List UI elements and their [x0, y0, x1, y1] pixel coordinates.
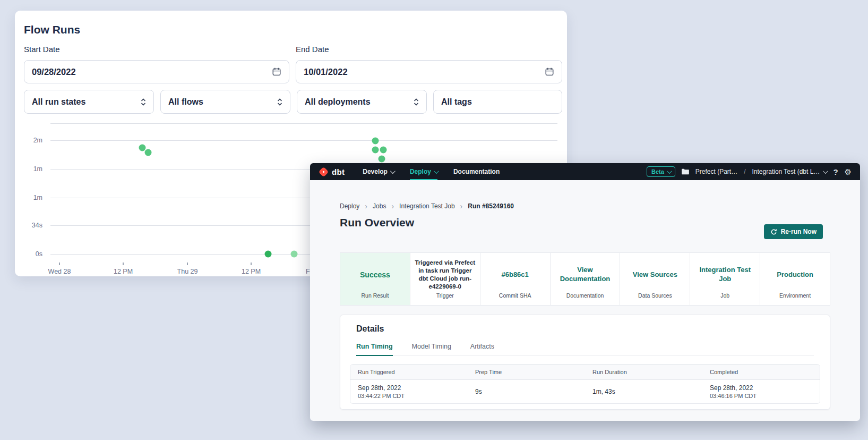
page-title: Run Overview	[340, 216, 414, 229]
table-cell-sub: 03:46:16 PM CDT	[710, 393, 820, 399]
beta-badge[interactable]: Beta	[647, 166, 675, 177]
tab-artifacts[interactable]: Artifacts	[470, 343, 494, 356]
status-card-value: Triggered via Prefect in task run Trigge…	[415, 257, 476, 292]
flow-run-point[interactable]	[265, 251, 272, 258]
breadcrumb-separator-icon: ›	[365, 202, 367, 210]
flow-run-point[interactable]	[372, 138, 379, 145]
x-axis-tick-label: 12 PM	[114, 268, 133, 275]
breadcrumb-item-deploy[interactable]: Deploy	[340, 202, 359, 210]
chevron-down-icon	[434, 168, 439, 174]
status-card-run-result: SuccessRun Result	[340, 253, 410, 305]
status-card-trigger: Triggered via Prefect in task run Trigge…	[410, 253, 480, 305]
breadcrumb-separator-icon: ›	[391, 202, 394, 210]
table-cell: Sep 28th, 202203:46:16 PM CDT	[702, 384, 820, 399]
environment-selector[interactable]: Integration Test (dbt L…	[752, 168, 827, 175]
chevron-down-icon	[390, 168, 396, 174]
table-header-run-duration: Run Duration	[585, 369, 702, 375]
table-header-run-triggered: Run Triggered	[350, 369, 468, 375]
status-card-value[interactable]: Integration Test Job	[694, 257, 755, 292]
project-env-separator: /	[744, 168, 745, 175]
x-axis-tick-label: 12 PM	[242, 268, 261, 275]
dbt-nav-links: DevelopDeployDocumentation	[363, 163, 500, 180]
chevron-down-icon	[667, 168, 672, 174]
y-axis-tick-label: 2m	[15, 137, 42, 144]
status-card-label: Environment	[764, 292, 826, 301]
run-timing-table: Run TriggeredPrep TimeRun DurationComple…	[350, 364, 820, 404]
flow-run-point[interactable]	[145, 149, 152, 156]
dbt-navbar: dbt DevelopDeployDocumentation Beta Pref…	[310, 163, 860, 180]
beta-badge-label: Beta	[651, 168, 664, 175]
status-card-environment: ProductionEnvironment	[760, 253, 830, 305]
table-header-row: Run TriggeredPrep TimeRun DurationComple…	[350, 365, 820, 380]
details-tabs: Run TimingModel TimingArtifacts	[356, 343, 814, 356]
y-axis-tick-label: 1m	[15, 194, 42, 201]
environment-selector-label: Integration Test (dbt L…	[752, 168, 820, 175]
table-cell: 9s	[468, 388, 585, 395]
rerun-now-label: Re-run Now	[781, 228, 817, 235]
dbt-logo[interactable]: dbt	[319, 167, 345, 177]
nav-item-documentation[interactable]: Documentation	[453, 163, 500, 180]
table-cell: Sep 28th, 202203:44:22 PM CDT	[350, 384, 468, 399]
status-card-data-sources: View SourcesData Sources	[620, 253, 690, 305]
x-axis-tick-label: Thu 29	[177, 268, 198, 275]
table-header-prep-time: Prep Time	[468, 369, 585, 375]
tab-run-timing[interactable]: Run Timing	[356, 343, 393, 356]
rerun-now-button[interactable]: Re-run Now	[764, 224, 823, 239]
breadcrumb-item-integration-test-job[interactable]: Integration Test Job	[399, 202, 455, 210]
chevron-down-icon	[823, 168, 828, 174]
run-status-cards: SuccessRun ResultTriggered via Prefect i…	[340, 252, 830, 306]
chart-gridline	[50, 140, 557, 141]
nav-item-label: Documentation	[453, 168, 500, 175]
details-title: Details	[356, 324, 814, 334]
y-axis-tick-label: 1m	[15, 165, 42, 173]
table-cell: 1m, 43s	[585, 388, 702, 395]
status-card-value[interactable]: Production	[764, 257, 826, 292]
nav-item-deploy[interactable]: Deploy	[410, 163, 437, 180]
status-card-value: Success	[345, 257, 406, 292]
x-axis-tick-mark	[59, 263, 60, 265]
tab-model-timing[interactable]: Model Timing	[412, 343, 451, 356]
flow-run-point[interactable]	[291, 251, 298, 258]
flow-run-point[interactable]	[372, 147, 379, 154]
status-card-commit-sha: #6b86c1Commit SHA	[480, 253, 550, 305]
table-header-completed: Completed	[702, 369, 820, 375]
details-card: Details Run TimingModel TimingArtifacts …	[340, 315, 830, 410]
flow-run-point[interactable]	[379, 156, 385, 163]
table-cell-main: Sep 28th, 2022	[710, 384, 820, 392]
table-cell-main: Sep 28th, 2022	[358, 384, 468, 392]
nav-item-develop[interactable]: Develop	[363, 163, 394, 180]
table-row: Sep 28th, 202203:44:22 PM CDT9s1m, 43sSe…	[350, 380, 820, 403]
breadcrumb-item-jobs[interactable]: Jobs	[373, 202, 386, 210]
breadcrumb: Deploy›Jobs›Integration Test Job›Run #85…	[340, 202, 514, 210]
status-card-documentation: View DocumentationDocumentation	[550, 253, 620, 305]
help-icon[interactable]: ?	[833, 168, 838, 176]
x-axis-tick-label: Wed 28	[48, 268, 71, 275]
dbt-cloud-window: dbt DevelopDeployDocumentation Beta Pref…	[310, 163, 860, 421]
table-cell-sub: 03:44:22 PM CDT	[358, 393, 468, 399]
nav-item-label: Develop	[363, 168, 388, 175]
x-axis-tick-mark	[187, 263, 188, 265]
status-card-label: Run Result	[345, 292, 406, 301]
status-card-label: Commit SHA	[485, 292, 546, 301]
status-card-job: Integration Test JobJob	[690, 253, 760, 305]
status-card-value[interactable]: View Documentation	[555, 257, 616, 292]
table-cell-main: 1m, 43s	[592, 388, 702, 395]
status-card-value[interactable]: #6b86c1	[485, 257, 546, 292]
table-body: Sep 28th, 202203:44:22 PM CDT9s1m, 43sSe…	[350, 380, 820, 403]
dbt-nav-right: Beta Prefect (Part… / Integration Test (…	[647, 166, 852, 177]
table-cell-main: 9s	[475, 388, 585, 395]
project-selector[interactable]: Prefect (Part…	[695, 168, 737, 175]
y-axis-tick-label: 0s	[15, 250, 42, 258]
status-card-value[interactable]: View Sources	[624, 257, 685, 292]
dbt-brand-text: dbt	[332, 167, 345, 176]
folder-icon	[682, 168, 689, 175]
nav-item-label: Deploy	[410, 168, 431, 175]
status-card-label: Trigger	[415, 292, 476, 301]
dbt-logo-icon	[319, 167, 329, 177]
gear-icon[interactable]: ⚙	[845, 168, 852, 176]
x-axis-tick-mark	[251, 263, 252, 265]
breadcrumb-item-run-85249160: Run #85249160	[468, 202, 514, 210]
status-card-label: Documentation	[555, 292, 616, 301]
status-card-label: Data Sources	[624, 292, 685, 301]
flow-run-point[interactable]	[380, 147, 387, 154]
